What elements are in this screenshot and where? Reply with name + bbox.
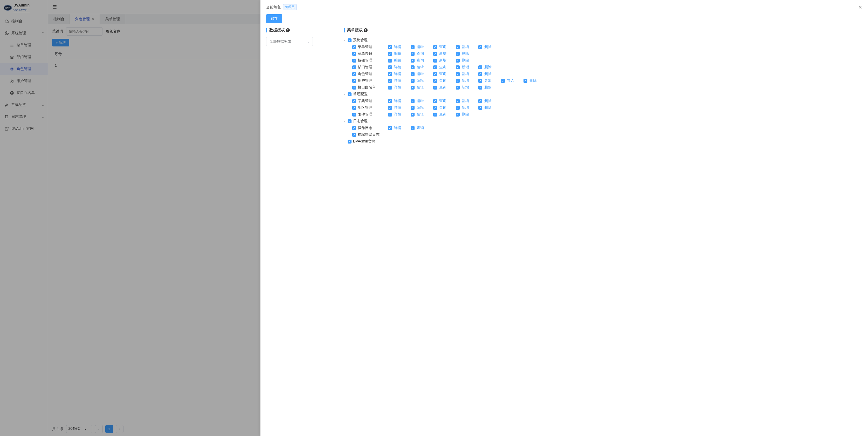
perm-option[interactable]: 详情 — [388, 126, 401, 130]
perm-option[interactable]: 详情 — [388, 112, 401, 117]
perm-option[interactable]: 编辑 — [411, 71, 424, 76]
checkbox[interactable] — [433, 99, 437, 103]
checkbox[interactable] — [478, 99, 482, 103]
checkbox[interactable] — [456, 72, 460, 76]
perm-option[interactable]: 删除 — [456, 112, 469, 117]
perm-option[interactable]: 编辑 — [411, 78, 424, 83]
perm-option[interactable]: 编辑 — [388, 51, 401, 56]
perm-option[interactable]: 查询 — [433, 45, 446, 49]
perm-option[interactable]: 新增 — [456, 85, 469, 90]
checkbox[interactable] — [352, 79, 356, 83]
checkbox[interactable] — [433, 86, 437, 90]
perm-option[interactable]: 查询 — [433, 71, 446, 76]
perm-option[interactable]: 详情 — [388, 71, 401, 76]
checkbox[interactable] — [478, 45, 482, 49]
checkbox[interactable] — [411, 45, 414, 49]
perm-option[interactable]: 删除 — [478, 105, 492, 110]
checkbox[interactable] — [388, 59, 392, 62]
checkbox[interactable] — [352, 59, 356, 62]
checkbox[interactable] — [352, 113, 356, 117]
perm-option[interactable]: 删除 — [524, 78, 537, 83]
perm-option[interactable]: 编辑 — [411, 105, 424, 110]
perm-option[interactable]: 导出 — [478, 78, 492, 83]
perm-option[interactable]: 编辑 — [388, 58, 401, 63]
checkbox[interactable] — [433, 72, 437, 76]
perm-option[interactable]: 详情 — [388, 98, 401, 103]
perm-option[interactable]: 编辑 — [411, 98, 424, 103]
checkbox[interactable] — [411, 52, 414, 56]
checkbox[interactable] — [411, 65, 414, 69]
checkbox[interactable] — [411, 126, 414, 130]
perm-option[interactable]: 新增 — [456, 98, 469, 103]
perm-option[interactable]: 详情 — [388, 85, 401, 90]
perm-option[interactable]: 编辑 — [411, 112, 424, 117]
perm-option[interactable]: 新增 — [433, 58, 446, 63]
help-icon[interactable]: ? — [286, 28, 290, 32]
checkbox[interactable] — [388, 113, 392, 117]
perm-option[interactable]: 删除 — [456, 58, 469, 63]
checkbox[interactable] — [456, 106, 460, 110]
perm-option[interactable]: 新增 — [456, 71, 469, 76]
checkbox[interactable] — [352, 45, 356, 49]
checkbox[interactable] — [411, 86, 414, 90]
checkbox[interactable] — [478, 72, 482, 76]
perm-option[interactable]: 查询 — [433, 105, 446, 110]
perm-option[interactable]: 新增 — [456, 105, 469, 110]
checkbox[interactable] — [348, 92, 351, 96]
close-icon[interactable]: ✕ — [859, 4, 862, 10]
checkbox[interactable] — [456, 79, 460, 83]
checkbox[interactable] — [411, 59, 414, 62]
perm-option[interactable]: 删除 — [478, 98, 492, 103]
checkbox[interactable] — [411, 79, 414, 83]
checkbox[interactable] — [456, 99, 460, 103]
data-scope-select[interactable]: 全部数据权限 ⌄ — [266, 37, 313, 46]
perm-option[interactable]: 新增 — [456, 78, 469, 83]
perm-option[interactable]: 查询 — [433, 112, 446, 117]
perm-option[interactable]: 删除 — [478, 71, 492, 76]
checkbox[interactable] — [388, 106, 392, 110]
checkbox[interactable] — [456, 113, 460, 117]
tree-toggle-icon[interactable]: ▾ — [344, 39, 347, 42]
perm-option[interactable]: 详情 — [388, 65, 401, 69]
checkbox[interactable] — [456, 45, 460, 49]
perm-option[interactable]: 查询 — [433, 78, 446, 83]
help-icon[interactable]: ? — [364, 28, 368, 32]
perm-option[interactable]: 编辑 — [411, 65, 424, 69]
checkbox[interactable] — [352, 52, 356, 56]
checkbox[interactable] — [352, 65, 356, 69]
checkbox[interactable] — [411, 72, 414, 76]
checkbox[interactable] — [388, 65, 392, 69]
perm-option[interactable]: 查询 — [411, 126, 424, 130]
checkbox[interactable] — [433, 113, 437, 117]
checkbox[interactable] — [352, 133, 356, 137]
perm-option[interactable]: 新增 — [456, 65, 469, 69]
checkbox[interactable] — [388, 52, 392, 56]
perm-option[interactable]: 查询 — [411, 58, 424, 63]
perm-option[interactable]: 详情 — [388, 45, 401, 49]
checkbox[interactable] — [478, 79, 482, 83]
checkbox[interactable] — [411, 99, 414, 103]
checkbox[interactable] — [433, 79, 437, 83]
perm-option[interactable]: 详情 — [388, 105, 401, 110]
checkbox[interactable] — [388, 99, 392, 103]
perm-option[interactable]: 删除 — [478, 65, 492, 69]
checkbox[interactable] — [478, 65, 482, 69]
checkbox[interactable] — [433, 65, 437, 69]
checkbox[interactable] — [352, 86, 356, 90]
checkbox[interactable] — [433, 52, 437, 56]
checkbox[interactable] — [456, 65, 460, 69]
tree-toggle-icon[interactable]: ▾ — [344, 120, 347, 123]
checkbox[interactable] — [524, 79, 527, 83]
perm-option[interactable]: 删除 — [478, 45, 492, 49]
perm-option[interactable]: 删除 — [456, 51, 469, 56]
perm-option[interactable]: 删除 — [478, 85, 492, 90]
checkbox[interactable] — [352, 106, 356, 110]
checkbox[interactable] — [352, 99, 356, 103]
checkbox[interactable] — [411, 106, 414, 110]
checkbox[interactable] — [478, 106, 482, 110]
perm-option[interactable]: 导入 — [501, 78, 514, 83]
checkbox[interactable] — [456, 59, 460, 62]
checkbox[interactable] — [433, 106, 437, 110]
checkbox[interactable] — [433, 59, 437, 62]
checkbox[interactable] — [388, 45, 392, 49]
